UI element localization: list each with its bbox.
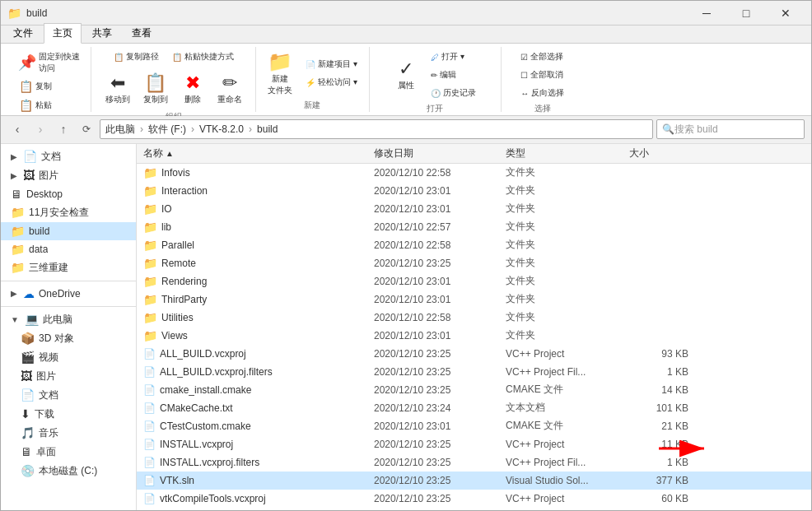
- paste-shortcut-button[interactable]: 📋 粘贴快捷方式: [167, 49, 239, 65]
- sidebar-item-downloads[interactable]: ⬇ 下载: [1, 405, 136, 424]
- copy-to-button[interactable]: 📋 复制到: [138, 68, 173, 109]
- search-box[interactable]: 🔍 搜索 build: [656, 119, 805, 139]
- sidebar-item-this-pc[interactable]: ▼ 💻 此电脑: [1, 310, 136, 329]
- tab-home[interactable]: 主页: [44, 23, 82, 44]
- sidebar-item-docs[interactable]: 📄 文档: [1, 386, 136, 405]
- ribbon: 📌 固定到快速访问 📋 复制 📋 粘贴 ✂ 剪切 剪贴板: [1, 44, 811, 116]
- file-row[interactable]: 📁 Interaction 2020/12/10 23:01 文件夹: [137, 182, 811, 200]
- file-icon: 📄: [143, 384, 156, 396]
- minimize-button[interactable]: ─: [688, 1, 726, 26]
- sidebar-item-videos[interactable]: 🎬 视频: [1, 348, 136, 367]
- file-type-cell: 文件夹: [506, 183, 629, 197]
- 3d-rebuild-label: 三维重建: [29, 261, 68, 275]
- col-name-header[interactable]: 名称 ▲: [143, 146, 374, 160]
- file-row[interactable]: 📄 vtkCompileTools.vcxproj 2020/12/10 23:…: [137, 490, 811, 508]
- file-type-cell: 文件夹: [506, 220, 629, 234]
- breadcrumb-vtk: VTK-8.2.0: [199, 123, 244, 135]
- forward-button[interactable]: ›: [30, 119, 50, 139]
- back-button[interactable]: ‹: [7, 119, 27, 139]
- sidebar-item-build[interactable]: 📁 build: [1, 222, 136, 240]
- file-row[interactable]: 📄 CMakeCache.txt 2020/12/10 23:24 文本文档 1…: [137, 399, 811, 417]
- file-row[interactable]: 📁 Remote 2020/12/10 23:25 文件夹: [137, 254, 811, 272]
- properties-button[interactable]: ✓ 属性: [390, 50, 422, 100]
- nov-check-label: 11月安全检查: [29, 206, 89, 220]
- tab-view[interactable]: 查看: [123, 23, 161, 43]
- sidebar-item-music[interactable]: 🎵 音乐: [1, 424, 136, 443]
- select-all-button[interactable]: ☑ 全部选择: [516, 49, 569, 65]
- sidebar-item-3d-rebuild[interactable]: 📁 三维重建: [1, 258, 136, 277]
- col-date-header[interactable]: 修改日期: [374, 146, 506, 160]
- file-row[interactable]: 📄 cmake_install.cmake 2020/12/10 23:25 C…: [137, 381, 811, 399]
- copy-to-icon: 📋: [144, 72, 166, 94]
- file-row[interactable]: 📁 Views 2020/12/10 23:01 文件夹: [137, 327, 811, 345]
- sidebar-item-pics[interactable]: 🖼 图片: [1, 367, 136, 386]
- close-button[interactable]: ✕: [767, 1, 805, 26]
- file-row[interactable]: 📁 IO 2020/12/10 23:01 文件夹: [137, 200, 811, 218]
- file-row[interactable]: 📁 lib 2020/12/10 22:57 文件夹: [137, 218, 811, 236]
- sidebar-item-documents[interactable]: ▶ 📄 文档: [1, 147, 136, 166]
- new-folder-icon: 📁: [268, 50, 292, 73]
- file-name-text: Interaction: [161, 185, 208, 197]
- easy-access-button[interactable]: ⚡ 轻松访问 ▾: [301, 74, 362, 91]
- new-item-col: 📄 新建项目 ▾ ⚡ 轻松访问 ▾: [301, 56, 362, 91]
- file-name-cell: 📁 ThirdParty: [143, 293, 374, 306]
- edit-button[interactable]: ✏ 编辑: [426, 67, 481, 83]
- tab-share[interactable]: 共享: [83, 23, 121, 43]
- file-date-cell: 2020/12/10 22:57: [374, 221, 506, 233]
- file-type-cell: 文件夹: [506, 256, 629, 270]
- open-button[interactable]: 🖊 打开 ▾: [426, 49, 481, 65]
- select-none-button[interactable]: ☐ 全部取消: [516, 67, 569, 83]
- maximize-button[interactable]: □: [727, 1, 765, 26]
- sidebar-item-onedrive[interactable]: ▶ ☁ OneDrive: [1, 285, 136, 303]
- rename-button[interactable]: ✏ 重命名: [212, 68, 247, 109]
- sidebar-item-data[interactable]: 📁 data: [1, 240, 136, 258]
- copy-button[interactable]: 📋 复制: [14, 77, 57, 95]
- folder-icon: 📁: [143, 311, 157, 324]
- col-type-header[interactable]: 类型: [506, 146, 629, 160]
- address-bar[interactable]: 此电脑 › 软件 (F:) › VTK-8.2.0 › build: [100, 119, 653, 139]
- folder-icon: 📁: [143, 239, 157, 252]
- new-label: 新建: [304, 98, 320, 111]
- breadcrumb-drive: 软件 (F:): [148, 123, 186, 137]
- main-area: ▶ 📄 文档 ▶ 🖼 图片 🖥 Desktop 📁 11月安全检查: [1, 144, 811, 510]
- refresh-button[interactable]: ⟳: [77, 119, 96, 139]
- history-button[interactable]: 🕐 历史记录: [426, 85, 481, 101]
- file-row[interactable]: 📁 ThirdParty 2020/12/10 23:01 文件夹: [137, 290, 811, 309]
- file-row[interactable]: 📄 VTK.sln 2020/12/10 23:25 Visual Studio…: [137, 472, 811, 490]
- up-button[interactable]: ↑: [54, 119, 73, 139]
- file-row[interactable]: 📄 ALL_BUILD.vcxproj 2020/12/10 23:25 VC+…: [137, 345, 811, 363]
- file-type-cell: 文件夹: [506, 274, 629, 288]
- sidebar-item-pictures[interactable]: ▶ 🖼 图片: [1, 166, 136, 185]
- sidebar-item-c-drive[interactable]: 💿 本地磁盘 (C:): [1, 462, 136, 481]
- invert-selection-button[interactable]: ↔ 反向选择: [516, 85, 569, 101]
- col-size-header[interactable]: 大小: [629, 146, 695, 160]
- delete-button[interactable]: ✖ 删除: [176, 68, 209, 109]
- file-row[interactable]: 📄 INSTALL.vcxproj.filters 2020/12/10 23:…: [137, 453, 811, 472]
- file-row[interactable]: 📁 Utilities 2020/12/10 22:58 文件夹: [137, 309, 811, 327]
- pin-to-quickaccess-button[interactable]: 📌 固定到快速访问: [14, 49, 84, 77]
- file-type-cell: VC++ Project: [506, 439, 629, 450]
- tab-file[interactable]: 文件: [4, 23, 42, 43]
- new-item-button[interactable]: 📄 新建项目 ▾: [301, 56, 362, 72]
- file-size-cell: 93 KB: [629, 348, 695, 360]
- new-folder-button[interactable]: 📁 新建文件夹: [263, 49, 297, 98]
- file-date-cell: 2020/12/10 22:58: [374, 239, 506, 251]
- file-row[interactable]: 📁 Infovis 2020/12/10 22:58 文件夹: [137, 164, 811, 182]
- file-size-cell: 60 KB: [629, 493, 695, 504]
- sidebar-item-3d-objects[interactable]: 📦 3D 对象: [1, 329, 136, 348]
- paste-button[interactable]: 📋 粘贴: [14, 96, 57, 114]
- sidebar-item-desktop[interactable]: 🖥 Desktop: [1, 185, 136, 203]
- file-row[interactable]: 📄 INSTALL.vcxproj 2020/12/10 23:25 VC++ …: [137, 435, 811, 453]
- nov-check-icon: 📁: [11, 206, 25, 219]
- copy-path-button[interactable]: 📋 复制路径: [109, 49, 164, 65]
- file-row[interactable]: 📁 Rendering 2020/12/10 23:01 文件夹: [137, 272, 811, 290]
- file-row[interactable]: 📁 Parallel 2020/12/10 22:58 文件夹: [137, 236, 811, 254]
- sidebar-item-nov-check[interactable]: 📁 11月安全检查: [1, 203, 136, 222]
- desktop-label: Desktop: [26, 188, 63, 200]
- sidebar-item-desktop2[interactable]: 🖥 卓面: [1, 443, 136, 462]
- file-size-cell: 1 KB: [629, 457, 695, 468]
- file-row[interactable]: 📄 ALL_BUILD.vcxproj.filters 2020/12/10 2…: [137, 363, 811, 381]
- 3d-rebuild-icon: 📁: [11, 261, 25, 274]
- file-row[interactable]: 📄 CTestCustom.cmake 2020/12/10 23:01 CMA…: [137, 417, 811, 435]
- move-to-button[interactable]: ⬅ 移动到: [100, 68, 135, 109]
